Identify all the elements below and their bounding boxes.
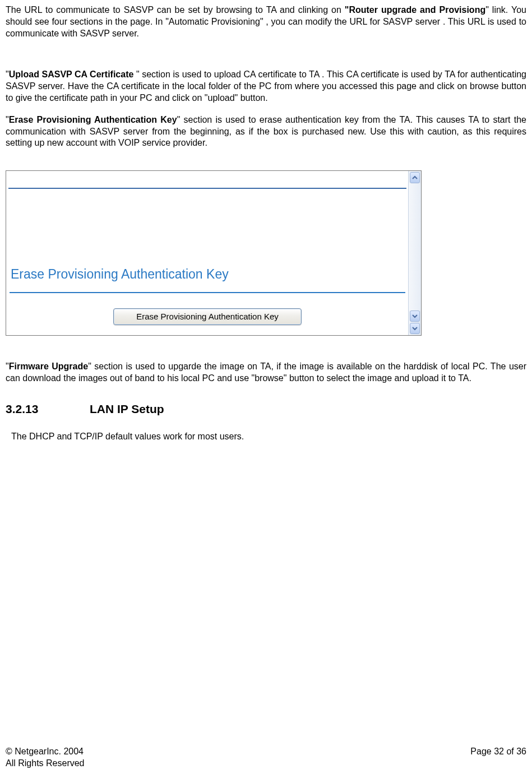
rights-text: All Rights Reserved [6, 758, 526, 770]
spacer [6, 49, 526, 69]
spacer [6, 341, 526, 361]
copyright-text: © NetgearInc. 2004 [6, 746, 84, 758]
section-title-text: LAN IP Setup [90, 402, 164, 415]
chevron-down-icon [412, 326, 418, 331]
paragraph-firmware-upgrade: "Firmware Upgrade" section is used to up… [6, 361, 526, 384]
paragraph-upload-ca: "Upload SASVP CA Certificate " section i… [6, 69, 526, 104]
erase-provisioning-key-button[interactable]: Erase Provisioning Authentication Key [113, 308, 301, 325]
button-container: Erase Provisioning Authentication Key [6, 308, 409, 325]
screenshot-content: Erase Provisioning Authentication Key Er… [6, 171, 409, 335]
vertical-scrollbar[interactable] [408, 171, 421, 335]
document-page: The URL to communicate to SASVP can be s… [6, 4, 526, 770]
text-bold: Firmware Upgrade [9, 361, 88, 371]
text-bold: Upload SASVP CA Certificate [9, 69, 136, 79]
section-heading: 3.2.13LAN IP Setup [6, 401, 526, 416]
divider [8, 188, 406, 189]
embedded-screenshot: Erase Provisioning Authentication Key Er… [6, 170, 422, 336]
section-title: Erase Provisioning Authentication Key [11, 266, 229, 283]
paragraph-router-upgrade: The URL to communicate to SASVP can be s… [6, 4, 526, 39]
paragraph-erase-key: "Erase Provisioning Authentication Key" … [6, 114, 526, 149]
scroll-down-button[interactable] [410, 310, 420, 322]
scroll-down-button[interactable] [410, 323, 420, 334]
spacer [6, 159, 526, 170]
paragraph-dhcp: The DHCP and TCP/IP default values work … [6, 431, 526, 443]
page-number: Page 32 of 36 [470, 746, 526, 758]
section-number: 3.2.13 [6, 401, 90, 416]
divider [10, 292, 405, 293]
text: The URL to communicate to SASVP can be s… [6, 5, 345, 15]
scrollbar-track[interactable] [409, 183, 421, 310]
scroll-up-button[interactable] [410, 172, 420, 183]
chevron-up-icon [412, 175, 418, 180]
text-bold: "Router upgrade and Provisiong [345, 5, 485, 15]
chevron-down-icon [412, 313, 418, 319]
page-footer: © NetgearInc. 2004 Page 32 of 36 All Rig… [6, 746, 526, 770]
text-bold: Erase Provisioning Authentication Key [9, 115, 177, 124]
